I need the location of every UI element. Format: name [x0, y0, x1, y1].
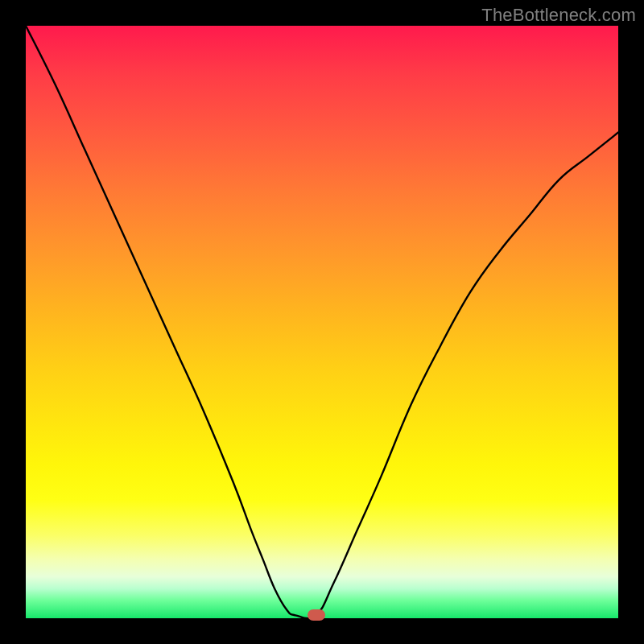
- bottleneck-curve: [26, 26, 618, 618]
- curve-svg: [26, 26, 618, 618]
- chart-frame: TheBottleneck.com: [0, 0, 644, 644]
- plot-area: [26, 26, 618, 618]
- watermark-text: TheBottleneck.com: [481, 5, 636, 26]
- bottleneck-marker: [308, 609, 325, 621]
